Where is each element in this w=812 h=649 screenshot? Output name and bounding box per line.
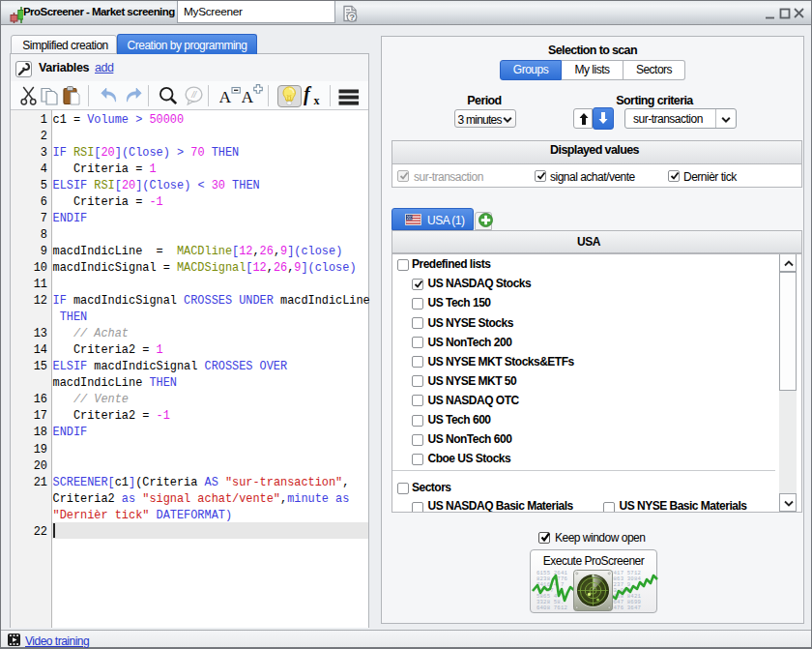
svg-text:A: A [219, 87, 232, 105]
svg-text:6408 7612: 6408 7612 [536, 605, 567, 611]
svg-text:2476 3647: 2476 3647 [610, 605, 641, 611]
svg-text:x: x [314, 94, 320, 107]
svg-text:A: A [242, 87, 254, 105]
svg-text:f: f [304, 83, 312, 105]
svg-text:?: ? [349, 12, 355, 22]
